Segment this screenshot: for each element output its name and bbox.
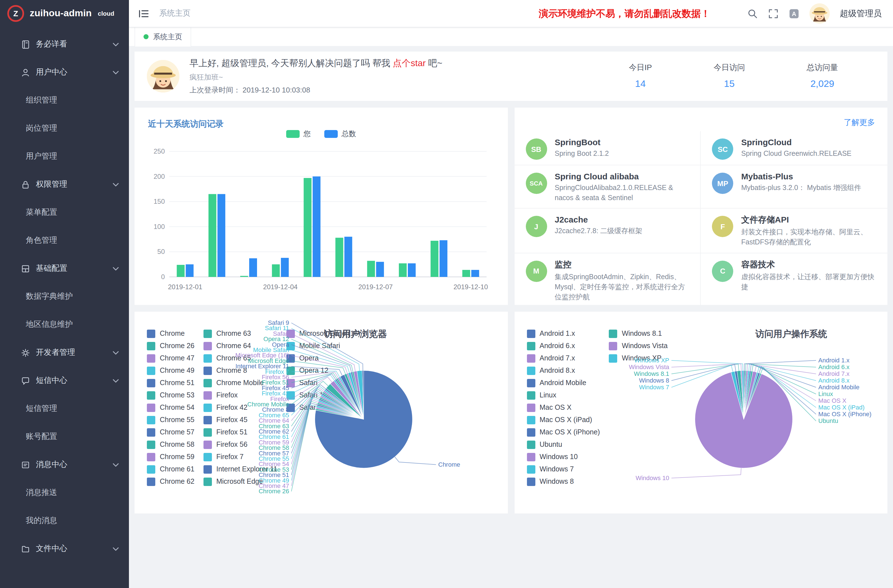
legend-item[interactable]: Windows XP	[609, 352, 667, 364]
legend-item[interactable]: Android Mobile	[527, 377, 600, 389]
fullscreen-icon[interactable]	[768, 8, 779, 19]
sidebar-subitem[interactable]: 岗位管理	[0, 114, 129, 142]
legend-item[interactable]: Linux	[527, 389, 600, 402]
legend-item[interactable]: Safari 11	[286, 389, 360, 402]
legend-label: Mobile Safari	[299, 342, 340, 350]
sidebar-item[interactable]: 文件中心	[0, 535, 129, 563]
legend-item[interactable]: Chrome 26	[147, 340, 194, 352]
sidebar-subitem[interactable]: 我的消息	[0, 507, 129, 535]
star-link[interactable]: 点个star	[393, 58, 425, 68]
legend-item[interactable]: Opera	[286, 352, 360, 364]
svg-text:Mac OS X (iPhone): Mac OS X (iPhone)	[818, 411, 871, 418]
sidebar-item[interactable]: 短信中心	[0, 367, 129, 395]
sidebar-item[interactable]: 权限管理	[0, 170, 129, 199]
legend-item[interactable]: Mac OS X (iPad)	[527, 414, 600, 426]
legend-item[interactable]: Chrome Mobile	[203, 377, 278, 389]
legend-item[interactable]: Windows 8.1	[609, 327, 667, 340]
tech-desc: Spring Boot 2.1.2	[555, 149, 609, 159]
legend-item[interactable]: Internet Explorer 11	[203, 463, 278, 475]
legend-item[interactable]: Safari	[286, 377, 360, 389]
tab-home[interactable]: 系统主页	[135, 27, 191, 46]
legend-item[interactable]: Chrome 65	[203, 352, 278, 364]
app-logo[interactable]: Z zuihou-admin cloud	[0, 0, 129, 27]
sidebar-subitem[interactable]: 组织管理	[0, 86, 129, 114]
legend-item[interactable]: Firefox 51	[203, 426, 278, 438]
legend-item[interactable]: Microsoft Edge	[203, 475, 278, 488]
last-login-time: 2019-12-10 10:03:08	[242, 86, 310, 94]
row-2: ChromeChrome 26Chrome 47Chrome 49Chrome …	[135, 312, 887, 513]
comment-icon	[21, 376, 30, 385]
legend-item[interactable]: Chrome 57	[147, 426, 194, 438]
legend-item[interactable]: Safari 9	[286, 402, 360, 414]
main-column: 系统主页 演示环境维护不易，请勿乱删乱改数据！ A 超级管理员 系统主页	[129, 0, 893, 588]
legend-swatch	[527, 341, 535, 350]
legend-item[interactable]: Firefox	[203, 389, 278, 402]
legend-item[interactable]: Mobile Safari	[286, 340, 360, 352]
legend-label: Android 8.x	[540, 367, 575, 374]
sidebar-subitem[interactable]: 消息推送	[0, 479, 129, 507]
legend-item[interactable]: Chrome 62	[147, 475, 194, 488]
legend-item[interactable]: Firefox 7	[203, 451, 278, 463]
svg-text:Mac OS X: Mac OS X	[818, 397, 846, 404]
legend-item[interactable]: Chrome 49	[147, 364, 194, 377]
legend-item[interactable]: Chrome	[147, 327, 194, 340]
legend-item[interactable]: Firefox 45	[203, 414, 278, 426]
breadcrumb[interactable]: 系统主页	[159, 8, 191, 18]
sidebar-subitem[interactable]: 菜单配置	[0, 199, 129, 226]
legend-item[interactable]: Mac OS X (iPhone)	[527, 426, 600, 438]
sidebar-item[interactable]: 开发者管理	[0, 338, 129, 367]
user-avatar[interactable]	[809, 3, 830, 24]
legend-label: Internet Explorer 11	[216, 465, 278, 473]
legend-item[interactable]: 总数	[324, 129, 356, 139]
collapse-menu-icon[interactable]	[138, 8, 149, 19]
legend-item[interactable]: Windows Vista	[609, 340, 667, 352]
sidebar-subitem[interactable]: 角色管理	[0, 226, 129, 254]
legend-item[interactable]: Chrome 8	[203, 364, 278, 377]
config-icon	[21, 264, 30, 273]
sidebar-subitem[interactable]: 用户管理	[0, 142, 129, 170]
legend-item[interactable]: Firefox 42	[203, 402, 278, 414]
username[interactable]: 超级管理员	[840, 8, 882, 19]
legend-swatch	[147, 428, 155, 436]
legend-item[interactable]: Chrome 53	[147, 389, 194, 402]
sidebar-item[interactable]: 用户中心	[0, 58, 129, 86]
sidebar-item[interactable]: 务必详看	[0, 30, 129, 58]
sidebar-subitem[interactable]: 地区信息维护	[0, 311, 129, 338]
browser-legend: ChromeChrome 26Chrome 47Chrome 49Chrome …	[147, 327, 361, 488]
sidebar-item[interactable]: 消息中心	[0, 451, 129, 479]
legend-item[interactable]: Chrome 55	[147, 414, 194, 426]
sidebar-subitem[interactable]: 短信管理	[0, 395, 129, 423]
font-size-icon[interactable]: A	[789, 8, 799, 19]
legend-item[interactable]: Chrome 59	[147, 451, 194, 463]
sidebar-subitem[interactable]: 数据字典维护	[0, 283, 129, 311]
sidebar-subitem[interactable]: 账号配置	[0, 423, 129, 451]
legend-item[interactable]: Windows 7	[527, 463, 600, 475]
legend-item[interactable]: Chrome 47	[147, 352, 194, 364]
legend-item[interactable]: Chrome 63	[203, 327, 278, 340]
sidebar-item-label: 用户中心	[36, 67, 107, 77]
sidebar-item[interactable]: 基础配置	[0, 254, 129, 283]
legend-item[interactable]: Android 7.x	[527, 352, 600, 364]
notebook-icon	[21, 39, 30, 49]
legend-item[interactable]: Android 8.x	[527, 364, 600, 377]
legend-item[interactable]: Chrome 58	[147, 438, 194, 451]
tech-desc: 集成SpringBootAdmin、Zipkin、Redis、Mysql、定时任…	[555, 272, 689, 302]
legend-item[interactable]: Ubuntu	[527, 438, 600, 451]
learn-more-link[interactable]: 了解更多	[844, 118, 875, 128]
legend-item[interactable]: 您	[286, 129, 311, 139]
legend-item[interactable]: Firefox 56	[203, 438, 278, 451]
legend-item[interactable]: Mac OS X	[527, 402, 600, 414]
legend-item[interactable]: Opera 12	[286, 364, 360, 377]
search-icon[interactable]	[747, 8, 758, 19]
legend-item[interactable]: Chrome 64	[203, 340, 278, 352]
legend-item[interactable]: Chrome 51	[147, 377, 194, 389]
legend-item[interactable]: Windows 10	[527, 451, 600, 463]
legend-label: Windows 10	[540, 453, 578, 461]
legend-item[interactable]: Chrome 61	[147, 463, 194, 475]
legend-item[interactable]: Android 6.x	[527, 340, 600, 352]
legend-item[interactable]: Chrome 54	[147, 402, 194, 414]
greeting-card: 早上好, 超级管理员, 今天帮别人解决问题了吗 帮我 点个star 吧~ 疯狂加…	[135, 51, 887, 101]
legend-item[interactable]: Windows 8	[527, 475, 600, 488]
legend-item[interactable]: Android 1.x	[527, 327, 600, 340]
os-pie-title: 访问用户操作系统	[755, 328, 827, 340]
